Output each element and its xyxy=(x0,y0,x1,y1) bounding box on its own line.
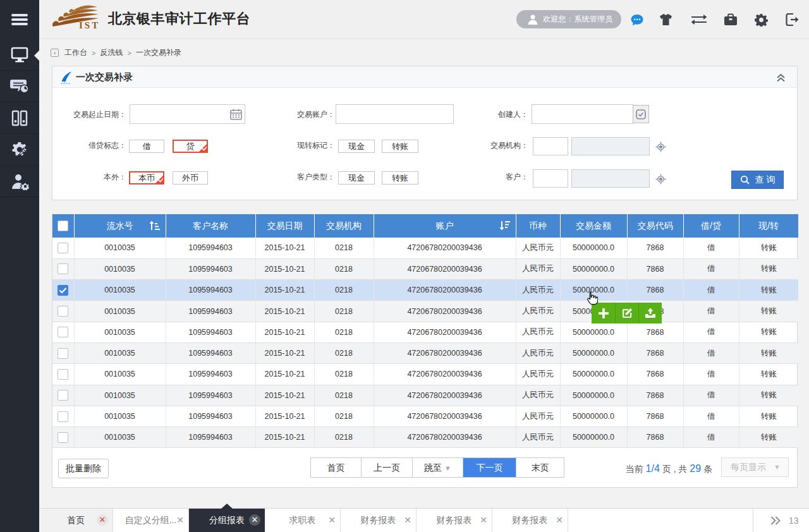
svg-text:IST: IST xyxy=(79,20,100,30)
